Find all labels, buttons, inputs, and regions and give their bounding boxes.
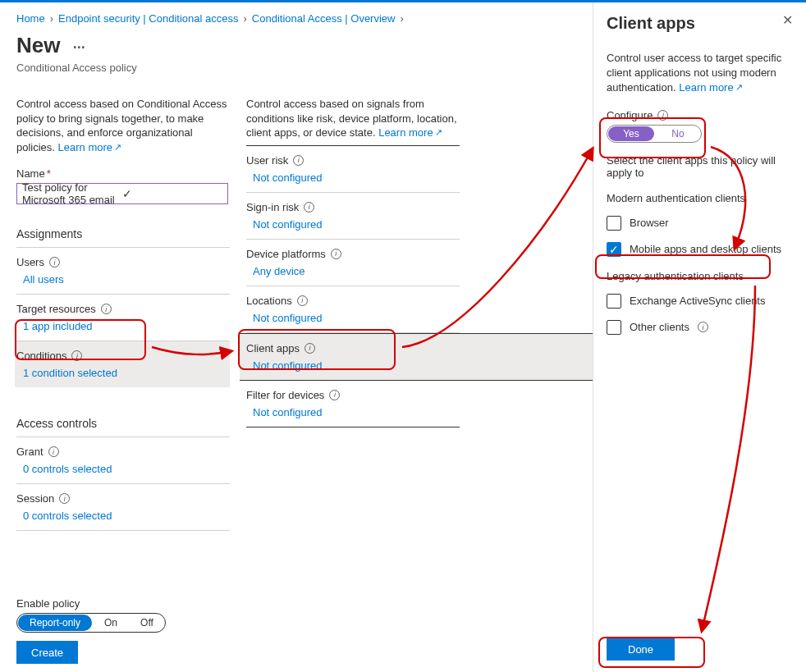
users-link[interactable]: All users (16, 268, 230, 295)
target-resources-label: Target resources (16, 303, 96, 315)
breadcrumb-conditional-access[interactable]: Conditional Access | Overview (252, 12, 396, 25)
info-icon[interactable]: i (49, 257, 60, 267)
name-input-value: Test policy for Microsoft 365 email (22, 181, 122, 206)
client-apps-link[interactable]: Not configured (246, 354, 593, 380)
page-subtitle: Conditional Access policy (16, 62, 576, 74)
access-controls-heading: Access controls (16, 412, 230, 437)
device-platforms-link[interactable]: Any device (246, 260, 460, 286)
info-icon[interactable]: i (657, 110, 668, 121)
filter-devices-link[interactable]: Not configured (246, 401, 460, 427)
legacy-auth-heading: Legacy authentication clients (607, 270, 793, 282)
name-label: Name* (16, 167, 230, 180)
select-client-apps-text: Select the client apps this policy will … (607, 154, 793, 179)
modern-auth-heading: Modern authentication clients (607, 192, 793, 204)
close-icon[interactable]: ✕ (782, 14, 793, 27)
locations-link[interactable]: Not configured (246, 307, 460, 333)
learn-more-text: Learn more (58, 141, 112, 153)
info-icon[interactable]: i (305, 343, 315, 354)
col1-desc-text: Control access based on Conditional Acce… (16, 98, 227, 153)
chevron-right-icon: › (243, 12, 246, 25)
done-button[interactable]: Done (607, 638, 675, 661)
users-label: Users (16, 256, 44, 268)
enable-policy-off[interactable]: Off (129, 614, 165, 632)
name-input[interactable]: Test policy for Microsoft 365 email ✓ (16, 183, 228, 204)
info-icon[interactable]: i (101, 304, 112, 314)
enable-policy-report-only[interactable]: Report-only (18, 615, 92, 631)
signin-risk-link[interactable]: Not configured (246, 213, 460, 240)
signin-risk-label: Sign-in risk (246, 201, 299, 213)
filter-devices-label: Filter for devices (246, 389, 324, 401)
chevron-right-icon: › (50, 12, 53, 25)
configure-label: Configure (607, 109, 653, 121)
info-icon[interactable]: i (329, 390, 340, 400)
enable-policy-label: Enable policy (16, 597, 575, 610)
browser-checkbox-label: Browser (630, 217, 669, 229)
breadcrumb: Home › Endpoint security | Conditional a… (16, 12, 576, 25)
exchange-activesync-checkbox[interactable] (607, 294, 621, 309)
browser-checkbox[interactable] (607, 216, 621, 231)
create-button[interactable]: Create (16, 641, 78, 664)
col1-description: Control access based on Conditional Acce… (16, 97, 230, 154)
learn-more-link-2[interactable]: Learn more↗ (378, 126, 442, 139)
info-icon[interactable]: i (297, 295, 308, 306)
locations-label: Locations (246, 295, 292, 307)
learn-more-link[interactable]: Learn more↗ (58, 141, 121, 153)
info-icon[interactable]: i (331, 249, 341, 259)
configure-toggle[interactable]: Yes No (607, 125, 702, 143)
panel-learn-more-link[interactable]: Learn more↗ (679, 81, 742, 94)
assignments-heading: Assignments (16, 222, 230, 248)
user-risk-label: User risk (246, 154, 288, 167)
conditions-link[interactable]: 1 condition selected (16, 362, 230, 387)
info-icon[interactable]: i (48, 446, 59, 457)
more-icon[interactable]: ··· (66, 39, 85, 56)
device-platforms-label: Device platforms (246, 248, 326, 260)
grant-label: Grant (16, 446, 44, 458)
client-apps-label: Client apps (246, 342, 300, 354)
info-icon[interactable]: i (293, 155, 304, 166)
session-link[interactable]: 0 controls selected (16, 505, 230, 531)
checkmark-icon: ✓ (122, 187, 222, 200)
learn-more-text-2: Learn more (378, 126, 433, 139)
col2-description: Control access based on signals from con… (246, 97, 460, 140)
external-link-icon: ↗ (735, 81, 743, 94)
page-title: New (16, 33, 60, 57)
target-resources-link[interactable]: 1 app included (16, 315, 230, 341)
mobile-desktop-checkbox-label: Mobile apps and desktop clients (630, 243, 781, 255)
mobile-desktop-checkbox[interactable]: ✓ (607, 242, 621, 257)
external-link-icon: ↗ (435, 126, 442, 139)
session-label: Session (16, 492, 54, 505)
configure-no[interactable]: No (655, 126, 701, 142)
breadcrumb-home[interactable]: Home (16, 12, 45, 25)
configure-yes[interactable]: Yes (608, 126, 654, 141)
panel-title: Client apps (607, 14, 695, 33)
other-clients-checkbox-label: Other clients (630, 321, 689, 333)
conditions-label: Conditions (16, 350, 66, 362)
breadcrumb-endpoint-security[interactable]: Endpoint security | Conditional access (58, 12, 238, 25)
info-icon[interactable]: i (698, 322, 708, 332)
enable-policy-toggle[interactable]: Report-only On Off (16, 613, 166, 633)
other-clients-checkbox[interactable] (607, 320, 621, 335)
info-icon[interactable]: i (304, 202, 314, 213)
enable-policy-on[interactable]: On (93, 614, 129, 632)
chevron-right-icon: › (400, 12, 403, 25)
grant-link[interactable]: 0 controls selected (16, 458, 230, 484)
info-icon[interactable]: i (59, 493, 70, 504)
external-link-icon: ↗ (114, 141, 121, 153)
panel-description: Control user access to target specific c… (607, 51, 793, 96)
user-risk-link[interactable]: Not configured (246, 167, 460, 193)
info-icon[interactable]: i (71, 350, 82, 361)
exchange-activesync-checkbox-label: Exchange ActiveSync clients (630, 295, 765, 307)
